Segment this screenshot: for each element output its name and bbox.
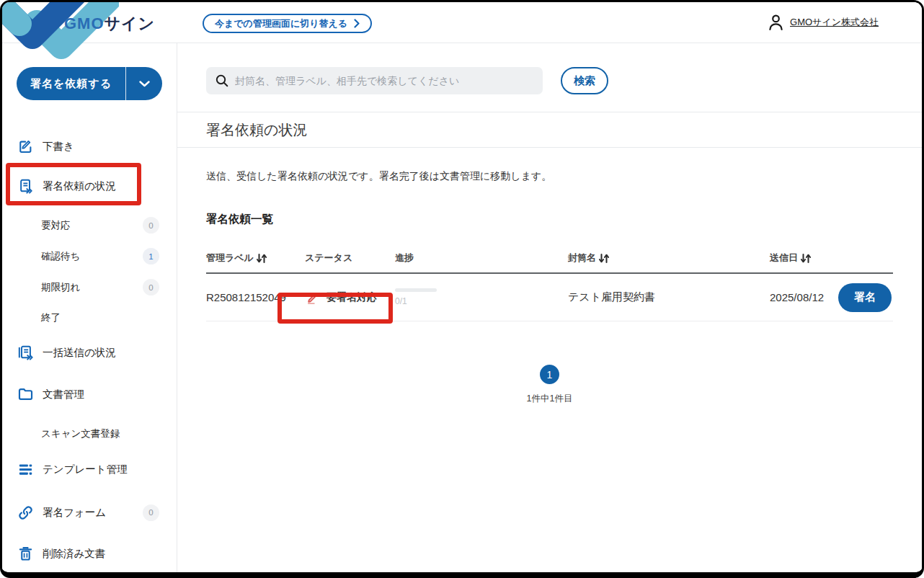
account-company-link[interactable]: GMOサイン株式会社: [790, 16, 879, 29]
switch-admin-screen-button[interactable]: 今までの管理画面に切り替える: [203, 14, 372, 33]
sidebar-item-label: 一括送信の状況: [43, 346, 116, 360]
column-header-sent-date[interactable]: 送信日: [770, 252, 838, 264]
request-signature-dropdown[interactable]: [126, 67, 162, 100]
page-title: 署名依頼の状況: [177, 112, 922, 148]
sidebar-item-finished[interactable]: 終了: [2, 303, 177, 333]
sidebar-item-label: 下書き: [43, 140, 74, 154]
column-header-envelope-name[interactable]: 封筒名: [568, 252, 770, 264]
sidebar: 署名を依頼する 下書き: [2, 43, 177, 572]
sort-icon[interactable]: [599, 254, 609, 263]
sidebar-item-label: 確認待ち: [41, 250, 80, 263]
table-row[interactable]: R250812152049 要署名対応 0/1 テスト雇用契約書 2025/08…: [206, 274, 893, 321]
sidebar-item-action-required[interactable]: 要対応 0: [2, 210, 177, 241]
app-window: GMOサイン 今までの管理画面に切り替える GMOサイン株式会社 署名を依頼する: [0, 0, 924, 578]
chevron-right-icon: [354, 19, 360, 28]
count-badge: 0: [143, 279, 159, 295]
sort-icon[interactable]: [801, 254, 811, 263]
list-title: 署名依頼一覧: [206, 212, 922, 227]
row-sent-date: 2025/08/12: [770, 291, 838, 303]
body-wrapper: 署名を依頼する 下書き: [2, 43, 922, 572]
row-progress: 0/1: [395, 288, 568, 306]
top-header: GMOサイン 今までの管理画面に切り替える GMOサイン株式会社: [2, 2, 922, 43]
count-badge: 0: [143, 217, 159, 234]
page-description: 送信、受信した署名依頼の状況です。署名完了後は文書管理に移動します。: [206, 170, 922, 183]
sidebar-item-label: 署名フォーム: [43, 506, 106, 520]
sidebar-item-expired[interactable]: 期限切れ 0: [2, 272, 177, 303]
main-content: 検索 署名依頼の状況 送信、受信した署名依頼の状況です。署名完了後は文書管理に移…: [177, 43, 922, 572]
link-icon: [18, 505, 33, 520]
sidebar-item-drafts[interactable]: 下書き: [2, 130, 177, 162]
count-badge: 0: [143, 504, 159, 521]
count-badge: 1: [143, 248, 159, 264]
request-signature-label: 署名を依頼する: [17, 67, 125, 100]
column-header-progress: 進捗: [395, 252, 568, 264]
chevron-down-icon: [139, 81, 150, 87]
pencil-status-icon: [305, 290, 320, 305]
folder-icon: [18, 387, 33, 402]
sign-button[interactable]: 署名: [838, 283, 892, 312]
sidebar-item-label: 文書管理: [43, 388, 84, 401]
trash-icon: [18, 546, 33, 561]
sidebar-item-template-management[interactable]: テンプレート管理: [2, 453, 177, 485]
search-box: [206, 67, 543, 94]
column-header-status: ステータス: [305, 252, 395, 264]
user-icon: [768, 14, 784, 31]
draft-edit-icon: [18, 139, 33, 154]
bulk-send-status-icon: [18, 345, 33, 360]
sidebar-item-awaiting-confirmation[interactable]: 確認待ち 1: [2, 241, 177, 272]
sidebar-item-signature-request-status[interactable]: 署名依頼の状況: [2, 170, 177, 202]
search-input[interactable]: [235, 75, 533, 86]
progress-bar: [395, 288, 437, 292]
search-button[interactable]: 検索: [561, 67, 608, 94]
row-status: 要署名対応: [305, 290, 395, 305]
sidebar-item-label: 期限切れ: [41, 281, 80, 294]
page-number-button[interactable]: 1: [540, 365, 559, 384]
row-status-text: 要署名対応: [326, 291, 377, 304]
sidebar-item-bulk-send-status[interactable]: 一括送信の状況: [2, 337, 177, 368]
search-section: 検索: [177, 43, 922, 94]
account-area: GMOサイン株式会社: [768, 14, 922, 31]
signature-request-status-icon: [18, 179, 33, 194]
column-header-management-label[interactable]: 管理ラベル: [206, 252, 305, 264]
pagination-summary: 1件中1件目: [177, 393, 922, 405]
row-action-cell: 署名: [838, 283, 893, 312]
search-icon: [216, 74, 228, 87]
sidebar-item-signature-form[interactable]: 署名フォーム 0: [2, 497, 177, 528]
sidebar-item-scan-document-registration[interactable]: スキャン文書登録: [2, 418, 177, 449]
switch-admin-screen-label: 今までの管理画面に切り替える: [215, 17, 347, 30]
sidebar-nav: 下書き 署名依頼の状況 要対応: [2, 130, 177, 569]
sidebar-item-document-management[interactable]: 文書管理: [2, 378, 177, 410]
logo-gmo: GMO: [64, 14, 105, 32]
table-header-row: 管理ラベル ステータス 進捗: [206, 252, 893, 274]
sidebar-item-deleted-documents[interactable]: 削除済み文書: [2, 538, 177, 569]
signature-request-table: 管理ラベル ステータス 進捗: [206, 252, 893, 321]
sidebar-item-label: スキャン文書登録: [41, 427, 120, 440]
sidebar-item-label: テンプレート管理: [43, 463, 128, 476]
logo-sign: サイン: [105, 14, 156, 32]
sidebar-item-label: 要対応: [41, 219, 71, 232]
pagination: 1 1件中1件目: [177, 365, 922, 405]
template-list-icon: [18, 462, 33, 477]
sidebar-item-label: 署名依頼の状況: [43, 179, 116, 193]
sidebar-item-label: 削除済み文書: [43, 547, 105, 561]
progress-text: 0/1: [395, 296, 568, 306]
row-envelope-name: テスト雇用契約書: [568, 290, 770, 304]
request-signature-button[interactable]: 署名を依頼する: [17, 67, 162, 100]
sidebar-item-label: 終了: [41, 311, 61, 324]
sort-icon[interactable]: [257, 254, 267, 263]
gmo-sign-logo-text: GMOサイン: [64, 13, 155, 35]
row-management-label: R250812152049: [206, 291, 305, 303]
